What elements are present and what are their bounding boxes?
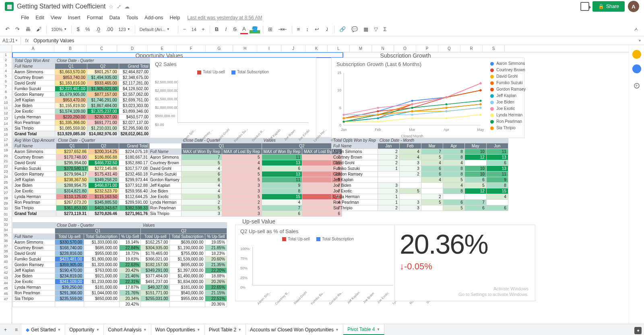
cell[interactable]: Grand Total [119,143,149,149]
col-header[interactable]: R [460,45,483,52]
cell[interactable]: $271,961.76 [119,211,149,217]
cell[interactable]: Total Subscription [170,234,205,240]
row-header[interactable]: 40 [0,259,12,265]
cell[interactable]: $49,327.00 [141,285,170,290]
tab-cohort-analysis[interactable]: Cohort Analysis▼ [104,325,151,335]
cell[interactable]: Q2 [262,143,342,149]
col-header[interactable]: L [328,45,350,52]
cell[interactable]: MAX of Won By Rep [182,149,222,155]
cell[interactable]: 8 [443,188,464,194]
cell[interactable]: Courtney Brown [13,245,55,251]
cell[interactable]: 9 [262,183,302,188]
tab-opportunity[interactable]: Opportunity▼ [65,325,104,335]
bold-button[interactable]: B [213,25,221,33]
cell[interactable]: 15 [262,194,302,200]
cell[interactable]: 4 [222,160,262,166]
cell[interactable]: Total Opp Won Amt [13,58,55,64]
cell[interactable]: 3 [182,211,222,217]
cell[interactable]: 5 [222,205,262,211]
cell[interactable]: $450,577.00 [119,114,151,120]
tab-get-started[interactable]: ◆Get Started▼ [22,325,65,335]
cell[interactable] [170,302,205,307]
row-header[interactable]: 28 [0,196,12,201]
cell[interactable]: 1 [378,200,399,205]
cell[interactable]: 6 [182,177,222,183]
cell[interactable]: 5 [222,172,262,177]
col-header[interactable]: D [117,45,148,52]
cell[interactable]: 7 [182,155,222,160]
cell[interactable]: 10 [464,172,486,177]
col-header[interactable]: P [416,45,438,52]
cell[interactable]: Aaron Simmons [149,155,182,160]
cell[interactable]: $182,157.00 [141,262,170,268]
cell[interactable]: $1,663,570.00 [55,69,87,75]
cell[interactable]: Grand Total [13,211,56,217]
cell[interactable]: Full Name [149,149,182,155]
cell[interactable] [486,200,508,205]
cell[interactable]: 20.36% [205,302,227,307]
cell[interactable]: Jeff Kaplan [13,268,55,273]
cell[interactable]: Joe Biden [13,103,55,109]
cell[interactable]: Mar [421,143,443,149]
row-header[interactable]: 18 [0,143,12,148]
cell[interactable]: Q1 [56,143,88,149]
cell[interactable]: Q1 [55,64,87,69]
cell[interactable]: Gordon Ramsey [149,177,182,183]
text-color-button[interactable]: A [240,25,248,34]
tab-accounts-w-closed-won-opportunities[interactable]: Accounts w/ Closed Won Opportunities▼ [246,325,343,335]
comment-button[interactable]: 💬 [349,25,360,33]
cell[interactable]: Joe Biden [13,273,55,279]
cell[interactable]: 5 [222,194,262,200]
col-header[interactable]: A [12,45,54,52]
cloud-icon[interactable]: ☁ [124,4,130,10]
cell[interactable]: $224,075.18 [119,149,149,155]
cell[interactable]: Q2 [141,228,227,234]
cell[interactable]: 11 [486,149,508,155]
cell[interactable]: 2 [378,205,399,211]
cell[interactable]: Joe Exotic [13,279,55,285]
menu-data[interactable]: Data [107,14,122,22]
row-header[interactable]: 39 [0,254,12,259]
cell[interactable]: 11 [486,172,508,177]
tab-pivot-table-4[interactable]: Pivot Table 4▼ [343,325,384,335]
cell[interactable]: Ron Pearlman [13,120,55,126]
tab-pivot-table-2[interactable]: Pivot Table 2▼ [205,325,246,335]
zoom-select[interactable]: 100%▼ [50,26,68,33]
cell[interactable]: 4 [443,183,464,188]
cell[interactable]: Gordon Ramsey [13,92,55,97]
cell[interactable]: Ron Pearlman [13,200,56,205]
cell[interactable]: $1,574,109.00 [55,109,87,114]
cell[interactable]: Courtney Brown [149,160,182,166]
cell[interactable]: $691,771.00 [87,120,119,126]
cell[interactable]: $238,367.50 [56,177,88,183]
cell[interactable]: $237,652.86 [56,149,88,155]
cell[interactable]: 5 [421,200,443,205]
cell[interactable]: 5 [222,177,262,183]
cell[interactable]: 6 [421,172,443,177]
cell[interactable]: Close Date - Quarter [55,58,151,64]
cell[interactable]: 3 [399,160,421,166]
print-button[interactable]: 🖶 [23,25,33,33]
cell[interactable]: $466,732.50 [88,160,119,166]
decrease-decimal-button[interactable]: .0̲ [94,25,103,33]
cell[interactable] [149,138,182,143]
cell[interactable]: MAX of Won By Rep [262,149,302,155]
menu-edit[interactable]: Edit [33,14,47,22]
cell[interactable]: 21.35% [205,262,227,268]
tab-menu-icon[interactable]: ▼ [197,328,200,332]
cell[interactable]: $377,912.88 [119,183,149,188]
menu-add-ons[interactable]: Add-ons [142,14,166,22]
col-header[interactable]: K [305,45,328,52]
cell[interactable]: 5 [421,155,443,160]
cell[interactable]: 3 [378,183,399,188]
font-size[interactable]: 14 [190,26,198,33]
cell[interactable]: 5 [464,183,486,188]
cell[interactable]: 6 [421,166,443,172]
cell[interactable]: $1,335,366.00 [55,120,87,126]
cell[interactable]: $2,348,675.00 [119,75,151,81]
cell[interactable]: 10 [464,149,486,155]
cell[interactable]: $168,740.00 [55,245,84,251]
col-header[interactable]: E [148,45,177,52]
cell[interactable] [141,302,170,307]
cell[interactable]: $1,320,000.00 [84,262,120,268]
